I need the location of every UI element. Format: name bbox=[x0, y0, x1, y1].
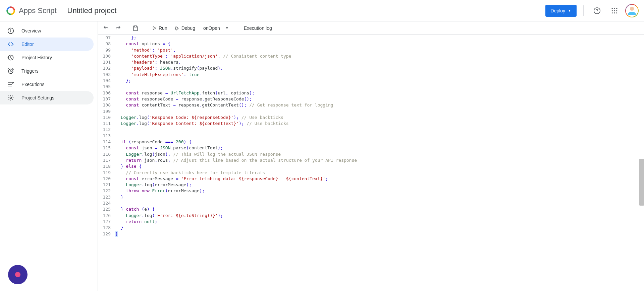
svg-point-9 bbox=[614, 12, 615, 13]
line-gutter: 9798991001011021031041051061071081091101… bbox=[98, 35, 115, 291]
nav-label: Triggers bbox=[21, 68, 39, 74]
project-title[interactable]: Untitled project bbox=[67, 6, 117, 15]
nav-executions[interactable]: Executions bbox=[0, 78, 94, 91]
info-icon bbox=[7, 27, 15, 35]
run-label: Run bbox=[159, 25, 167, 31]
apps-grid-icon bbox=[611, 7, 618, 14]
editor-area: Run Debug onOpen ▼ Execution log 9798991… bbox=[98, 21, 644, 291]
save-button[interactable] bbox=[130, 23, 141, 33]
code-icon bbox=[7, 40, 15, 48]
record-dot-icon bbox=[15, 272, 20, 277]
logo-area: Apps Script bbox=[5, 5, 57, 16]
nav-label: Editor bbox=[21, 42, 34, 47]
divider bbox=[145, 24, 145, 32]
code-editor[interactable]: 9798991001011021031041051061071081091101… bbox=[98, 35, 644, 291]
svg-point-8 bbox=[612, 12, 613, 13]
nav-label: Executions bbox=[21, 82, 44, 87]
svg-point-17 bbox=[175, 27, 178, 29]
function-selector[interactable]: onOpen ▼ bbox=[199, 25, 233, 31]
nav-project-history[interactable]: Project History bbox=[0, 51, 94, 64]
svg-point-5 bbox=[612, 10, 613, 11]
nav-label: Project History bbox=[21, 55, 52, 60]
editor-toolbar: Run Debug onOpen ▼ Execution log bbox=[98, 21, 644, 35]
redo-button[interactable] bbox=[113, 23, 123, 33]
svg-point-2 bbox=[612, 8, 613, 9]
undo-button[interactable] bbox=[101, 23, 111, 33]
divider bbox=[583, 5, 584, 16]
alarm-icon bbox=[7, 67, 15, 75]
executions-icon bbox=[7, 80, 15, 88]
nav-project-settings[interactable]: Project Settings bbox=[0, 91, 94, 104]
debug-button[interactable]: Debug bbox=[171, 23, 198, 33]
sidebar: Overview Editor Project History Triggers… bbox=[0, 21, 98, 291]
svg-point-15 bbox=[10, 97, 12, 99]
debug-icon bbox=[174, 25, 179, 31]
record-fab[interactable] bbox=[8, 265, 28, 284]
exec-log-label: Execution log bbox=[244, 25, 272, 31]
execution-log-button[interactable]: Execution log bbox=[241, 23, 275, 33]
debug-label: Debug bbox=[181, 25, 195, 31]
avatar-image bbox=[626, 5, 638, 17]
app-name: Apps Script bbox=[19, 6, 57, 15]
svg-point-13 bbox=[10, 29, 11, 30]
scrollbar-thumb[interactable] bbox=[639, 159, 644, 206]
svg-point-10 bbox=[616, 12, 617, 13]
deploy-label: Deploy bbox=[551, 8, 566, 13]
svg-point-4 bbox=[616, 8, 617, 9]
apps-grid-button[interactable] bbox=[608, 4, 621, 17]
function-name: onOpen bbox=[203, 25, 220, 31]
nav-overview[interactable]: Overview bbox=[0, 24, 94, 38]
history-icon bbox=[7, 54, 15, 62]
run-button[interactable]: Run bbox=[149, 23, 170, 33]
nav-label: Project Settings bbox=[21, 95, 54, 100]
code-content[interactable]: }; const options = { 'method': 'post', '… bbox=[115, 35, 644, 291]
svg-point-7 bbox=[616, 10, 617, 11]
help-icon bbox=[593, 7, 601, 14]
svg-point-1 bbox=[597, 12, 597, 12]
divider bbox=[279, 24, 279, 32]
svg-point-3 bbox=[614, 8, 615, 9]
apps-script-logo-icon[interactable] bbox=[5, 5, 16, 16]
nav-triggers[interactable]: Triggers bbox=[0, 64, 94, 78]
svg-point-6 bbox=[614, 10, 615, 11]
play-icon bbox=[152, 26, 157, 30]
deploy-button[interactable]: Deploy ▼ bbox=[545, 5, 577, 17]
divider bbox=[237, 24, 237, 32]
dropdown-arrow-icon: ▼ bbox=[568, 9, 571, 12]
account-avatar[interactable] bbox=[625, 4, 639, 17]
svg-rect-12 bbox=[10, 30, 11, 32]
app-header: Apps Script Untitled project Deploy ▼ bbox=[0, 0, 644, 21]
svg-rect-16 bbox=[135, 26, 137, 27]
chevron-down-icon: ▼ bbox=[225, 26, 229, 30]
help-button[interactable] bbox=[590, 4, 604, 17]
gear-icon bbox=[7, 94, 15, 102]
nav-editor[interactable]: Editor bbox=[0, 38, 94, 51]
nav-label: Overview bbox=[21, 28, 41, 33]
